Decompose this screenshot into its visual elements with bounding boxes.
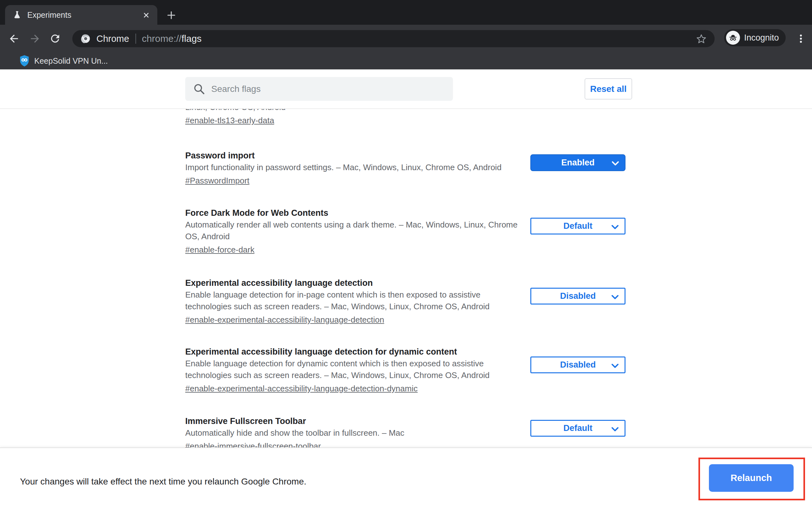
flag-permalink[interactable]: #enable-experimental-accessibility-langu… xyxy=(185,383,418,395)
flag-value-select[interactable]: Disabled xyxy=(530,288,625,304)
flask-icon xyxy=(13,10,21,19)
flag-row-password-import: Password import Import functionality in … xyxy=(185,150,629,187)
flag-value-label: Enabled xyxy=(561,158,595,168)
flag-value-label: Disabled xyxy=(560,291,596,301)
flag-value-select[interactable]: Default xyxy=(530,420,625,437)
flag-value-select[interactable]: Disabled xyxy=(530,356,625,373)
tab-title: Experiments xyxy=(27,10,71,20)
flag-permalink[interactable]: #enable-tls13-early-data xyxy=(185,115,274,126)
flag-row-force-dark: Force Dark Mode for Web Contents Automat… xyxy=(185,207,629,256)
bookmarks-bar: KeepSolid VPN Un... xyxy=(0,52,812,69)
relaunch-button[interactable]: Relaunch xyxy=(709,464,794,492)
url-host: flags xyxy=(182,33,201,44)
back-button[interactable] xyxy=(7,32,21,46)
search-flags-input[interactable] xyxy=(211,84,433,94)
flag-title: Force Dark Mode for Web Contents xyxy=(185,207,629,219)
chevron-down-icon xyxy=(611,427,619,432)
flag-row-immersive-fullscreen: Immersive Fullscreen Toolbar Automatical… xyxy=(185,415,629,452)
flag-value-label: Default xyxy=(563,221,593,231)
tab-strip: Experiments xyxy=(0,0,812,25)
restart-message: Your changes will take effect the next t… xyxy=(20,476,306,487)
bookmark-keepsolid[interactable]: KeepSolid VPN Un... xyxy=(19,55,108,67)
chrome-logo-icon xyxy=(81,34,91,44)
flag-permalink[interactable]: #enable-experimental-accessibility-langu… xyxy=(185,314,384,326)
forward-button[interactable] xyxy=(28,32,42,46)
incognito-badge[interactable]: Incognito xyxy=(724,29,786,46)
new-tab-button[interactable] xyxy=(165,9,177,21)
search-flags-box[interactable] xyxy=(185,77,453,101)
bookmark-label: KeepSolid VPN Un... xyxy=(34,56,108,66)
flag-value-label: Disabled xyxy=(560,360,596,370)
flag-value-label: Default xyxy=(563,424,593,433)
chevron-down-icon xyxy=(612,161,619,166)
incognito-label: Incognito xyxy=(744,33,779,43)
url-text: chrome://flags xyxy=(142,33,201,44)
shield-infinity-icon xyxy=(19,55,30,67)
tab-experiments[interactable]: Experiments xyxy=(5,5,157,25)
flag-row-accessibility-language: Experimental accessibility language dete… xyxy=(185,277,629,326)
bookmark-star-icon[interactable] xyxy=(696,33,707,44)
flag-title: Experimental accessibility language dete… xyxy=(185,277,629,289)
browser-toolbar: Chrome chrome://flags Incognito xyxy=(0,25,812,52)
chevron-down-icon xyxy=(611,225,619,230)
flag-permalink[interactable]: #enable-force-dark xyxy=(185,244,254,256)
flags-page: Linux, Chrome OS, Android #enable-tls13-… xyxy=(0,69,812,507)
incognito-icon xyxy=(726,31,740,45)
flag-value-select[interactable]: Enabled xyxy=(530,154,625,171)
flag-title: Experimental accessibility language dete… xyxy=(185,346,629,358)
url-scheme: chrome:// xyxy=(142,33,182,44)
chevron-down-icon xyxy=(611,363,619,369)
flag-row-accessibility-language-dynamic: Experimental accessibility language dete… xyxy=(185,346,629,395)
tab-close-icon[interactable] xyxy=(142,10,151,20)
address-bar[interactable]: Chrome chrome://flags xyxy=(72,30,715,47)
url-separator xyxy=(136,34,136,44)
flag-value-select[interactable]: Default xyxy=(530,218,625,234)
flags-header: Reset all xyxy=(0,69,812,109)
site-label: Chrome xyxy=(96,34,129,44)
flag-permalink[interactable]: #PasswordImport xyxy=(185,175,249,187)
search-icon xyxy=(193,83,206,95)
reset-all-button[interactable]: Reset all xyxy=(585,78,632,100)
browser-menu-icon[interactable] xyxy=(794,32,808,46)
chevron-down-icon xyxy=(611,295,619,300)
reload-button[interactable] xyxy=(48,32,62,46)
restart-bar: Your changes will take effect the next t… xyxy=(0,447,812,507)
